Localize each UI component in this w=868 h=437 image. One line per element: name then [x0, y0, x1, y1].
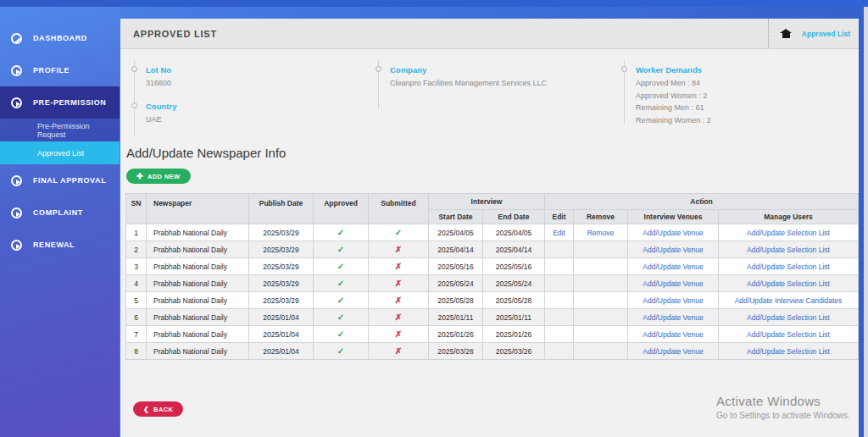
info-value: 316600 — [146, 79, 176, 87]
submitted-mark-cell: ✗ — [369, 326, 429, 343]
info-label: Company — [390, 65, 547, 75]
end-date-cell: 2025/05/28 — [483, 292, 545, 309]
main-content: APPROVED LIST Approved List Lot No 31660… — [120, 19, 859, 437]
start-date-cell: 2025/05/16 — [429, 258, 483, 275]
sn-cell: 6 — [126, 309, 147, 326]
col-header-approved: Approved — [314, 194, 369, 224]
sidebar-subitem-label: Pre-Permission Request — [37, 122, 120, 139]
page-header-bar: APPROVED LIST Approved List — [120, 19, 859, 49]
table-row: 1Prabhab National Daily2025/03/29✓✓2025/… — [126, 224, 859, 241]
watermark-line1: Activate Windows — [716, 394, 850, 408]
venue-link[interactable]: Add/Update Venue — [643, 313, 703, 322]
end-date-cell: 2025/01/11 — [483, 309, 545, 326]
sidebar-item-pre-permission[interactable]: PRE-PERMISSION — [0, 86, 120, 119]
watermark-line2: Go to Settings to activate Windows. — [716, 411, 850, 420]
sidebar-item-final-approval[interactable]: FINAL APPROVAL — [0, 164, 120, 196]
edit-cell — [545, 326, 574, 343]
manage-users-cell: Add/Update Selection List — [719, 343, 859, 360]
publish-date-cell: 2025/03/29 — [249, 224, 314, 241]
top-bar — [0, 0, 868, 7]
publish-date-cell: 2025/03/29 — [249, 275, 314, 292]
worker-demand-line: Remaining Men : 61 — [636, 103, 711, 112]
submitted-mark-cell: ✗ — [369, 241, 429, 258]
breadcrumb-current[interactable]: Approved List — [802, 30, 850, 38]
start-date-cell: 2025/03/26 — [429, 343, 483, 360]
col-header-interview-venues: Interview Venues — [628, 210, 719, 224]
edit-cell: Edit — [545, 224, 574, 241]
edit-cell — [545, 275, 574, 292]
publish-date-cell: 2025/03/29 — [249, 258, 314, 275]
publish-date-cell: 2025/01/04 — [249, 309, 314, 326]
venue-link[interactable]: Add/Update Venue — [643, 330, 703, 339]
venue-cell: Add/Update Venue — [628, 309, 719, 326]
breadcrumb-divider — [768, 19, 769, 48]
play-circle-icon — [11, 65, 22, 76]
manage-users-link[interactable]: Add/Update Selection List — [747, 263, 830, 271]
play-circle-icon — [11, 207, 22, 218]
sidebar-subitem-pre-permission-request[interactable]: Pre-Permission Request — [0, 119, 120, 141]
remove-link[interactable]: Remove — [587, 229, 615, 237]
manage-users-link[interactable]: Add/Update Selection List — [747, 246, 830, 254]
venue-link[interactable]: Add/Update Venue — [643, 296, 703, 305]
newspaper-cell: Prabhab National Daily — [147, 224, 249, 241]
venue-link[interactable]: Add/Update Venue — [643, 246, 703, 254]
info-label: Country — [146, 102, 176, 111]
breadcrumb: Approved List — [768, 19, 850, 49]
page-title: APPROVED LIST — [120, 29, 217, 39]
manage-users-link[interactable]: Add/Update Interview Candidates — [735, 296, 843, 305]
info-value: Cleanpro Facilities Management Services … — [390, 79, 547, 87]
sidebar-item-dashboard[interactable]: DASHBOARD — [0, 22, 120, 54]
remove-cell — [574, 326, 628, 343]
table-row: 8Prabhab National Daily2025/01/04✓✗2025/… — [126, 343, 859, 360]
remove-cell — [574, 309, 628, 326]
sidebar-item-renewal[interactable]: RENEWAL — [0, 229, 120, 261]
sidebar-subitem-approved-list[interactable]: Approved List — [0, 141, 120, 164]
venue-cell: Add/Update Venue — [628, 292, 719, 309]
remove-cell — [574, 292, 628, 309]
sidebar-item-complaint[interactable]: COMPLAINT — [0, 196, 120, 229]
edit-cell — [545, 292, 574, 309]
scrollbar-track[interactable] — [864, 7, 868, 437]
manage-users-link[interactable]: Add/Update Selection List — [747, 330, 830, 339]
timeline-dot-icon — [376, 66, 381, 72]
col-header-edit: Edit — [545, 210, 574, 224]
manage-users-link[interactable]: Add/Update Selection List — [747, 229, 830, 237]
manage-users-link[interactable]: Add/Update Selection List — [747, 347, 830, 356]
sn-cell: 8 — [126, 343, 147, 360]
publish-date-cell: 2025/01/04 — [249, 343, 314, 360]
play-circle-icon — [11, 97, 22, 108]
sidebar-item-profile[interactable]: PROFILE — [0, 54, 120, 86]
venue-link[interactable]: Add/Update Venue — [643, 263, 703, 271]
info-country: Country UAE — [146, 102, 176, 124]
end-date-cell: 2025/01/26 — [483, 326, 545, 343]
dashboard-icon — [11, 33, 22, 44]
submitted-mark-cell: ✗ — [369, 343, 429, 360]
approved-mark-cell: ✓ — [314, 343, 369, 360]
venue-link[interactable]: Add/Update Venue — [643, 279, 703, 288]
sn-cell: 4 — [126, 275, 147, 292]
venue-cell: Add/Update Venue — [628, 224, 719, 241]
manage-users-link[interactable]: Add/Update Selection List — [747, 279, 830, 288]
approved-mark-cell: ✓ — [314, 275, 369, 292]
info-label: Worker Demands — [636, 65, 711, 75]
info-worker-demands: Worker Demands Approved Men : 84 Approve… — [636, 65, 711, 124]
manage-users-cell: Add/Update Selection List — [719, 275, 859, 292]
venue-link[interactable]: Add/Update Venue — [643, 347, 703, 356]
home-icon[interactable] — [782, 33, 790, 38]
back-button[interactable]: ❮ BACK — [133, 401, 183, 417]
remove-cell — [574, 275, 628, 292]
sidebar-item-label: RENEWAL — [33, 241, 75, 249]
timeline-dot-icon — [131, 66, 137, 72]
add-new-button[interactable]: ✚ ADD NEW — [126, 169, 191, 184]
publish-date-cell: 2025/01/04 — [249, 326, 314, 343]
submitted-mark-cell: ✗ — [369, 292, 429, 309]
edit-link[interactable]: Edit — [553, 229, 565, 237]
sn-cell: 7 — [126, 326, 147, 343]
sn-cell: 2 — [126, 241, 147, 258]
col-header-remove: Remove — [574, 210, 628, 224]
venue-link[interactable]: Add/Update Venue — [643, 229, 703, 237]
end-date-cell: 2025/05/24 — [483, 275, 545, 292]
start-date-cell: 2025/05/28 — [429, 292, 483, 309]
manage-users-link[interactable]: Add/Update Selection List — [747, 313, 830, 322]
publish-date-cell: 2025/03/29 — [249, 292, 314, 309]
